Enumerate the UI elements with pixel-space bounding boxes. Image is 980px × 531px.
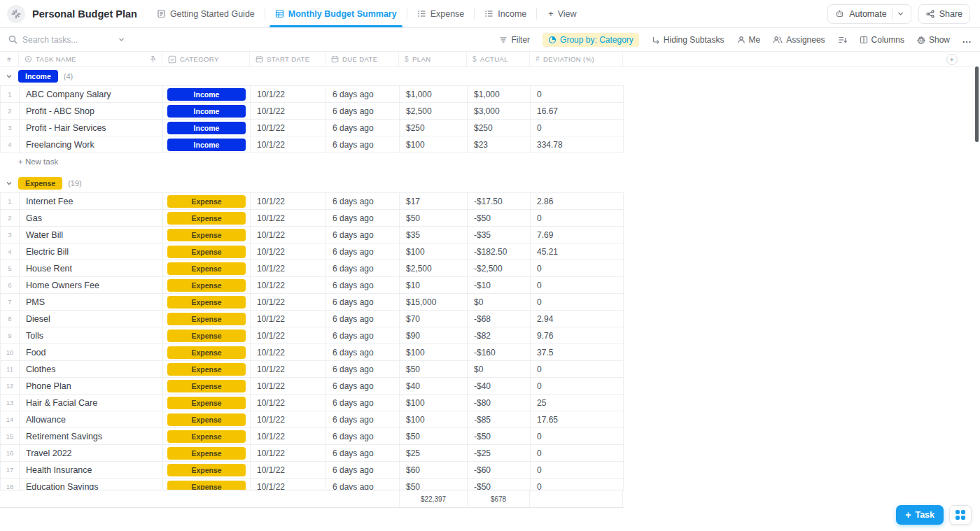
- category-badge[interactable]: Income: [167, 139, 246, 151]
- table-row[interactable]: 14 Allowance Expense 10/1/22 6 days ago …: [1, 411, 623, 428]
- start-date[interactable]: 10/1/22: [251, 294, 326, 310]
- table-row[interactable]: 3 Profit - Hair Services Income 10/1/22 …: [1, 120, 623, 136]
- search-box[interactable]: [8, 35, 148, 45]
- start-date[interactable]: 10/1/22: [251, 327, 326, 344]
- deviation-value[interactable]: 9.76: [531, 327, 624, 344]
- plan-value[interactable]: $90: [400, 327, 468, 344]
- category-cell[interactable]: Income: [163, 86, 251, 102]
- table-row[interactable]: 12 Phone Plan Expense 10/1/22 6 days ago…: [1, 378, 623, 395]
- start-date[interactable]: 10/1/22: [251, 103, 326, 119]
- category-cell[interactable]: Expense: [163, 378, 251, 394]
- add-view-button[interactable]: + View: [537, 0, 587, 27]
- automate-button[interactable]: Automate: [827, 4, 911, 24]
- actual-value[interactable]: $0: [468, 361, 531, 377]
- table-row[interactable]: 2 Profit - ABC Shop Income 10/1/22 6 day…: [1, 103, 623, 120]
- task-name[interactable]: Profit - Hair Services: [20, 120, 163, 136]
- category-cell[interactable]: Expense: [163, 411, 251, 427]
- app-logo-icon[interactable]: [7, 5, 25, 23]
- table-row[interactable]: 18 Education Savings Expense 10/1/22 6 d…: [1, 479, 623, 490]
- chevron-down-icon[interactable]: [118, 36, 125, 43]
- deviation-value[interactable]: 0: [531, 294, 624, 310]
- category-cell[interactable]: Expense: [163, 243, 251, 260]
- plan-value[interactable]: $100: [400, 395, 468, 411]
- show-button[interactable]: Show: [917, 35, 950, 45]
- category-cell[interactable]: Expense: [163, 462, 251, 478]
- add-column-button[interactable]: +: [946, 54, 958, 65]
- task-name[interactable]: Internet Fee: [20, 193, 163, 209]
- category-badge[interactable]: Income: [167, 122, 246, 134]
- start-date[interactable]: 10/1/22: [251, 462, 326, 478]
- task-name[interactable]: PMS: [20, 294, 163, 310]
- task-name[interactable]: Food: [20, 344, 163, 360]
- category-cell[interactable]: Expense: [163, 361, 251, 377]
- due-date[interactable]: 6 days ago: [326, 462, 400, 478]
- table-row[interactable]: 15 Retirement Savings Expense 10/1/22 6 …: [1, 428, 623, 445]
- plan-value[interactable]: $2,500: [400, 260, 468, 276]
- due-date[interactable]: 6 days ago: [326, 445, 400, 461]
- actual-value[interactable]: -$2,500: [468, 260, 531, 276]
- actual-value[interactable]: -$50: [468, 428, 531, 444]
- apps-grid-button[interactable]: [949, 505, 972, 525]
- start-date[interactable]: 10/1/22: [251, 227, 326, 243]
- category-badge[interactable]: Expense: [167, 413, 246, 426]
- plan-value[interactable]: $70: [400, 311, 468, 327]
- column-header-actual[interactable]: $ ACTUAL: [467, 52, 530, 66]
- columns-button[interactable]: Columns: [860, 35, 904, 45]
- new-task-button[interactable]: + New task: [0, 153, 980, 170]
- table-row[interactable]: 13 Hair & Facial Care Expense 10/1/22 6 …: [1, 395, 623, 411]
- actual-value[interactable]: -$35: [468, 227, 531, 243]
- tab-getting-started-guide[interactable]: Getting Started Guide: [147, 0, 265, 27]
- plan-value[interactable]: $250: [400, 120, 468, 136]
- column-header-plan[interactable]: $ PLAN: [399, 52, 467, 66]
- category-badge[interactable]: Expense: [167, 262, 246, 275]
- actual-value[interactable]: -$82: [468, 327, 531, 344]
- table-row[interactable]: 6 Home Owners Fee Expense 10/1/22 6 days…: [1, 277, 623, 294]
- deviation-value[interactable]: 0: [531, 462, 624, 478]
- table-row[interactable]: 16 Travel 2022 Expense 10/1/22 6 days ag…: [1, 445, 623, 462]
- due-date[interactable]: 6 days ago: [326, 378, 400, 394]
- due-date[interactable]: 6 days ago: [326, 311, 400, 327]
- table-row[interactable]: 17 Health Insurance Expense 10/1/22 6 da…: [1, 462, 623, 479]
- category-badge[interactable]: Expense: [167, 296, 246, 309]
- start-date[interactable]: 10/1/22: [251, 260, 326, 276]
- task-name[interactable]: Clothes: [20, 361, 163, 377]
- me-filter-button[interactable]: Me: [737, 35, 761, 45]
- task-name[interactable]: Retirement Savings: [20, 428, 163, 444]
- actual-value[interactable]: $0: [468, 294, 531, 310]
- deviation-value[interactable]: 17.65: [531, 411, 624, 427]
- category-badge[interactable]: Income: [167, 88, 246, 101]
- start-date[interactable]: 10/1/22: [251, 378, 326, 394]
- category-cell[interactable]: Income: [163, 103, 251, 119]
- plan-value[interactable]: $15,000: [400, 294, 468, 310]
- due-date[interactable]: 6 days ago: [326, 210, 400, 226]
- category-badge[interactable]: Expense: [167, 380, 246, 392]
- actual-value[interactable]: $3,000: [468, 103, 531, 119]
- category-badge[interactable]: Income: [167, 105, 246, 118]
- column-header-category[interactable]: CATEGORY: [162, 52, 250, 66]
- plan-value[interactable]: $1,000: [400, 86, 468, 102]
- table-row[interactable]: 1 Internet Fee Expense 10/1/22 6 days ag…: [1, 193, 623, 210]
- plan-value[interactable]: $50: [400, 479, 468, 490]
- start-date[interactable]: 10/1/22: [251, 479, 326, 490]
- category-badge[interactable]: Expense: [167, 397, 246, 409]
- task-name[interactable]: Hair & Facial Care: [20, 395, 163, 411]
- start-date[interactable]: 10/1/22: [251, 120, 326, 136]
- start-date[interactable]: 10/1/22: [251, 193, 326, 209]
- due-date[interactable]: 6 days ago: [326, 327, 400, 344]
- due-date[interactable]: 6 days ago: [326, 103, 400, 119]
- actual-value[interactable]: $250: [468, 120, 531, 136]
- start-date[interactable]: 10/1/22: [251, 361, 326, 377]
- plan-value[interactable]: $100: [400, 136, 468, 153]
- table-row[interactable]: 10 Food Expense 10/1/22 6 days ago $100 …: [1, 344, 623, 361]
- start-date[interactable]: 10/1/22: [251, 86, 326, 102]
- category-cell[interactable]: Expense: [163, 479, 251, 490]
- due-date[interactable]: 6 days ago: [326, 193, 400, 209]
- start-date[interactable]: 10/1/22: [251, 411, 326, 427]
- plan-value[interactable]: $17: [400, 193, 468, 209]
- actual-value[interactable]: -$68: [468, 311, 531, 327]
- category-badge[interactable]: Expense: [167, 246, 246, 258]
- deviation-value[interactable]: 0: [531, 210, 624, 226]
- actual-value[interactable]: -$60: [468, 462, 531, 478]
- table-row[interactable]: 7 PMS Expense 10/1/22 6 days ago $15,000…: [1, 294, 623, 311]
- table-row[interactable]: 11 Clothes Expense 10/1/22 6 days ago $5…: [1, 361, 623, 378]
